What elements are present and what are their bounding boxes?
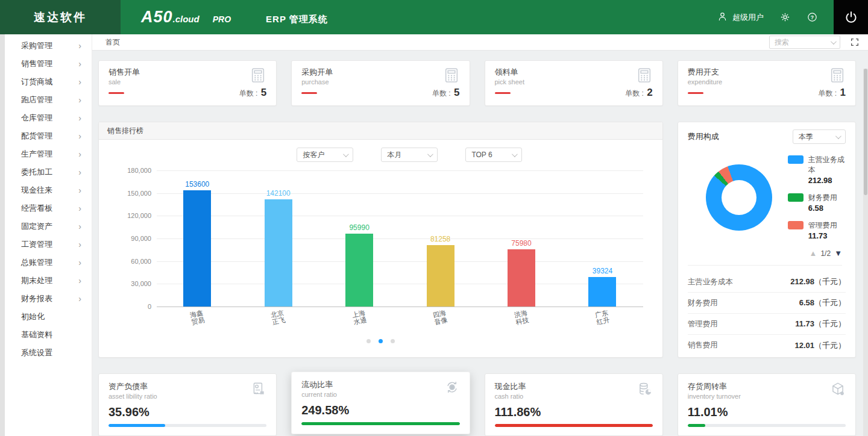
bar[interactable] [508,249,535,307]
kpi-title: 领料单 [495,67,525,78]
legend-item-2[interactable]: 财务费用6.58 [788,193,846,213]
accent-dash [301,92,317,94]
sidebar-item-12[interactable]: 工资管理› [5,235,92,254]
pagination-dot-2[interactable] [379,339,383,343]
svg-text:?: ? [811,14,814,20]
dimension-select[interactable]: 按客户 [297,148,353,162]
bar[interactable] [183,190,211,307]
ratio-progress [495,424,653,427]
sidebar-item-13[interactable]: 总账管理› [5,254,92,272]
bar-value-label: 142100 [266,189,291,198]
fullscreen-button[interactable] [850,37,860,47]
bar-value-label: 39324 [593,267,612,275]
y-axis-tick: 30,000 [131,280,151,287]
kpi-card-2[interactable]: 采购开单purchase单数 : 5 [291,60,470,106]
legend-item-3[interactable]: 管理费用11.73 [788,220,846,240]
logout-button[interactable] [834,0,868,34]
expense-row-2: 财务费用6.58（千元） [688,293,846,314]
scrollbar-thumb[interactable] [864,69,867,195]
ratio-subtitle: cash ratio [495,393,526,400]
ratio-progress [301,422,459,425]
pagination-dot-1[interactable] [366,339,371,343]
sidebar-item-14[interactable]: 期末处理› [5,272,92,290]
sidebar-item-15[interactable]: 财务报表› [5,290,92,308]
sales-ranking-panel: 销售排行榜 按客户本月TOP 6 030,00060,00090,000120,… [98,122,663,358]
sidebar-item-3[interactable]: 订货商城› [5,73,92,91]
chart-pagination [99,339,662,343]
pagination-dot-3[interactable] [391,339,395,343]
ratio-card-4[interactable]: 存货周转率inventory turnover11.01% [678,373,856,436]
sidebar-item-18[interactable]: 系统设置 [5,344,92,362]
legend-item-1[interactable]: 主营业务成本212.98 [788,155,846,185]
sidebar-item-9[interactable]: 现金往来› [5,181,92,199]
sidebar-item-17[interactable]: 基础资料 [5,326,92,344]
chevron-right-icon: › [78,204,81,213]
chevron-right-icon: › [78,42,81,50]
kpi-subtitle: purchase [301,78,333,86]
bar[interactable] [265,199,292,307]
bar-group-1: 153600 [157,170,237,307]
legend-page-down-icon[interactable]: ▼ [834,249,842,258]
ratio-card-3[interactable]: 现金比率cash ratio111.86% [485,373,663,436]
bar[interactable] [427,245,454,307]
product-domain: .cloud [173,14,200,24]
sidebar-item-label: 经营看板 [21,203,78,214]
help-button[interactable]: ? [807,11,818,23]
period-select[interactable]: 本季 [793,129,846,144]
ratio-value: 35.96% [108,405,266,419]
ratio-value: 11.01% [688,405,846,419]
ratio-value: 111.86% [495,405,653,419]
bar-value-label: 153600 [185,180,209,188]
sidebar-item-2[interactable]: 销售管理› [5,55,92,73]
user-menu[interactable]: 超级用户 [717,11,764,24]
sidebar-item-5[interactable]: 仓库管理› [5,109,92,127]
expense-panel-title: 费用构成 [688,131,719,142]
company-logo: 速达软件 [0,0,121,34]
kpi-card-1[interactable]: 销售开单sale单数 : 5 [98,60,277,106]
calculator-icon [250,67,266,86]
sidebar-item-1[interactable]: 采购管理› [5,37,92,55]
period-value: 本季 [799,132,835,142]
kpi-title: 销售开单 [108,67,140,78]
settings-button[interactable] [779,11,791,23]
chevron-down-icon [512,151,518,157]
chevron-right-icon: › [78,240,81,249]
y-axis-tick: 90,000 [131,235,151,242]
sidebar-item-label: 财务报表 [21,293,78,304]
expense-value: 212.98（千元） [790,276,846,287]
sidebar-item-label: 跑店管理 [21,95,78,105]
sidebar-item-16[interactable]: 初始化 [5,308,92,326]
bar-value-label: 81258 [430,235,450,243]
kpi-count: 单数 : 5 [432,87,459,99]
breadcrumb[interactable]: 首页 [105,37,120,48]
system-name: ERP 管理系统 [266,14,328,25]
sidebar-item-6[interactable]: 配货管理› [5,127,92,145]
cube-icon [830,381,846,400]
ratio-progress [108,424,266,427]
kpi-count: 单数 : 1 [819,87,846,99]
sidebar-item-8[interactable]: 委托加工› [5,163,92,181]
page-scrollbar[interactable] [863,69,868,436]
period-select[interactable]: 本月 [381,148,438,162]
bar[interactable] [588,277,616,307]
sidebar-item-4[interactable]: 跑店管理› [5,91,92,109]
sidebar-item-7[interactable]: 生产管理› [5,145,92,163]
ratio-card-1[interactable]: 资产负债率asset libility ratio35.96% [98,373,277,436]
gear-icon [779,11,791,23]
topn-select[interactable]: TOP 6 [465,148,522,162]
legend-page-up-icon[interactable]: ▲ [810,249,817,258]
bar[interactable] [345,234,373,307]
kpi-card-3[interactable]: 领料单pick sheet单数 : 2 [485,60,663,106]
sidebar-item-label: 委托加工 [21,167,78,178]
kpi-card-4[interactable]: 费用开支expenditure单数 : 1 [678,60,856,106]
expense-label: 管理费用 [688,319,718,329]
chevron-down-icon [835,133,841,139]
expense-label: 主营业务成本 [688,277,733,287]
sidebar-item-10[interactable]: 经营看板› [5,199,92,217]
breadcrumb-bar: 首页 搜索 [92,34,868,51]
bar-group-6: 39324 [562,170,643,307]
sidebar-item-11[interactable]: 固定资产› [5,217,92,235]
module-search-select[interactable]: 搜索 [769,36,840,49]
sidebar-item-label: 基础资料 [21,329,81,340]
ratio-card-2[interactable]: 流动比率current ratio¥249.58% [291,372,470,434]
